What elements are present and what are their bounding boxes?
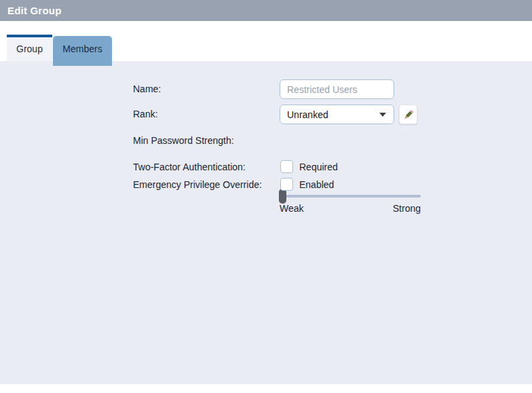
slider-labels: Weak Strong: [280, 203, 421, 214]
edit-group-dialog: Edit Group Group Members Name: Rank: Unr…: [0, 0, 532, 393]
password-strength-slider[interactable]: [280, 195, 421, 198]
tab-group[interactable]: Group: [7, 35, 52, 61]
pencil-icon: [402, 109, 415, 121]
edit-rank-button[interactable]: [399, 105, 417, 124]
slider-weak-label: Weak: [280, 203, 304, 214]
emergency-override-checkbox-label: Enabled: [299, 179, 334, 190]
emergency-override-label: Emergency Privilege Override:: [133, 179, 262, 190]
two-factor-checkbox-label: Required: [299, 162, 338, 172]
tab-members-label: Members: [53, 36, 112, 62]
rank-dropdown[interactable]: Unranked: [280, 105, 394, 124]
two-factor-checkbox[interactable]: [280, 160, 293, 173]
min-password-strength-label: Min Password Strength:: [133, 135, 234, 146]
window-title: Edit Group: [7, 0, 62, 21]
emergency-override-checkbox[interactable]: [280, 178, 293, 191]
tab-members[interactable]: Members: [53, 36, 112, 66]
rank-label: Rank:: [133, 109, 158, 119]
slider-strong-label: Strong: [393, 203, 421, 214]
two-factor-label: Two-Factor Authentication:: [133, 162, 246, 172]
rank-dropdown-value: Unranked: [280, 109, 379, 120]
chevron-down-icon: [379, 113, 386, 117]
window-title-bar: Edit Group: [0, 0, 532, 21]
tab-group-label: Group: [7, 37, 52, 60]
slider-handle[interactable]: [279, 189, 286, 204]
group-tab-panel: Name: Rank: Unranked Min Password Streng…: [0, 61, 532, 384]
name-label: Name:: [133, 83, 161, 94]
name-input[interactable]: [280, 79, 394, 99]
